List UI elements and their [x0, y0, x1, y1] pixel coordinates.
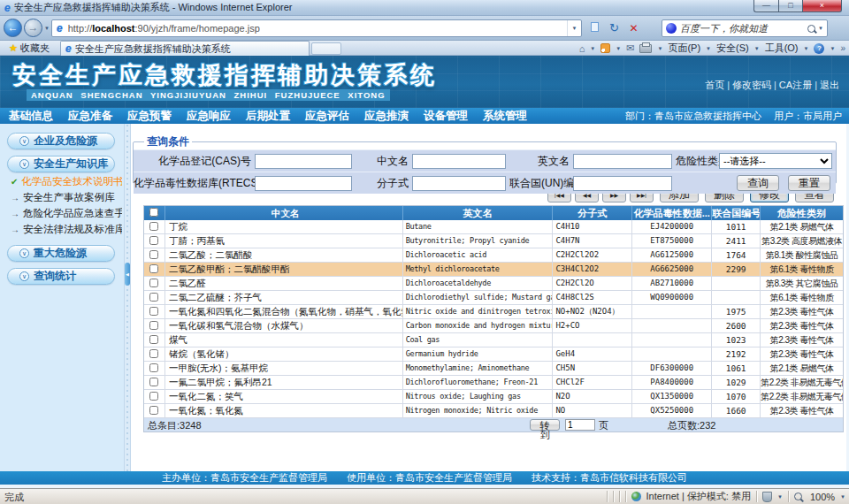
nav-item-1[interactable]: 基础信息	[9, 109, 53, 124]
search-icon[interactable]	[807, 25, 815, 33]
protection-dropdown-icon[interactable]: ▼	[777, 494, 783, 500]
page-menu-dropdown-icon[interactable]: ▼	[706, 46, 711, 51]
nav-item-6[interactable]: 应急评估	[305, 109, 349, 124]
goto-page-button[interactable]: 转到	[530, 419, 560, 431]
english-name-input[interactable]	[573, 154, 672, 169]
frame-splitter[interactable]: ◀	[124, 124, 131, 471]
page-tab[interactable]: e 安全生产应急救援指挥辅助决策系统	[60, 41, 310, 56]
help-dropdown-icon[interactable]: ▼	[830, 46, 835, 51]
nav-item-7[interactable]: 应急推演	[364, 109, 409, 124]
table-row[interactable]: 煤气Coal gas1023第2.3类 毒性气体	[144, 333, 843, 347]
rtecs-number-input[interactable]	[255, 176, 352, 191]
table-row[interactable]: 锗烷（氢化锗）Germanium hydrideGeH42192第2.3类 毒性…	[144, 347, 843, 362]
un-number-input[interactable]	[573, 176, 672, 191]
sidebar-group-1[interactable]: ∨企业及危险源	[7, 133, 115, 149]
print-icon[interactable]	[639, 44, 652, 53]
row-checkbox[interactable]	[149, 236, 158, 245]
sidebar-item[interactable]: →危险化学品应急速查手...	[11, 206, 122, 220]
safety-menu-button[interactable]: 安全(S)	[716, 42, 749, 55]
hazard-class-select[interactable]: --请选择--	[719, 153, 832, 169]
print-dropdown-icon[interactable]: ▼	[657, 46, 662, 51]
table-row[interactable]: 丁烷ButaneC4H10EJ42000001011第2.1类 易燃气体	[144, 220, 843, 234]
table-row[interactable]: 丁腈；丙基氰Butyronitrile; Propyl cyanideC4H7N…	[144, 234, 843, 248]
row-checkbox[interactable]	[149, 392, 158, 401]
nav-item-2[interactable]: 应急准备	[68, 109, 112, 124]
row-checkbox[interactable]	[149, 321, 158, 330]
sidebar-group-3[interactable]: ∨重大危险源	[7, 245, 115, 262]
sidebar-group-4[interactable]: ∨查询统计	[7, 268, 115, 285]
tools-menu-dropdown-icon[interactable]: ▼	[804, 46, 809, 51]
nav-item-8[interactable]: 设备管理	[424, 109, 468, 124]
row-checkbox[interactable]	[149, 406, 158, 415]
row-checkbox[interactable]	[149, 378, 158, 386]
row-checkbox[interactable]	[149, 222, 158, 231]
zoom-dropdown-icon[interactable]: ▼	[840, 494, 845, 500]
compatibility-view-button[interactable]	[585, 19, 603, 37]
nav-item-4[interactable]: 应急响应	[187, 109, 231, 124]
sidebar-group-2[interactable]: ∨安全生产知识库	[7, 156, 115, 172]
formula-input[interactable]	[412, 176, 506, 191]
mail-icon[interactable]: ✉	[626, 42, 634, 54]
url-dropdown-icon[interactable]: ▼	[567, 20, 581, 36]
table-row[interactable]: 一甲胺(无水)；氨基甲烷Monomethylamine; Aminomethan…	[144, 362, 843, 376]
header-link-4[interactable]: 退出	[820, 80, 839, 90]
table-row[interactable]: 二氯二乙硫醚；芥子气Dichlorodiethyl sulfide; Musta…	[144, 291, 843, 305]
maximize-button[interactable]: □	[778, 0, 802, 12]
header-link-2[interactable]: 修改密码	[732, 80, 771, 90]
row-checkbox[interactable]	[149, 279, 158, 287]
tools-menu-button[interactable]: 工具(O)	[765, 42, 799, 55]
chinese-name-input[interactable]	[412, 154, 506, 169]
table-row[interactable]: 一氟二氯甲烷；氟利昂21Dichlorofluoromethane; Freon…	[144, 376, 843, 390]
table-row[interactable]: 一氧化氮；氧化氮Nitrogen monoxide; Nitric oxideN…	[144, 404, 843, 418]
new-tab-button[interactable]	[311, 42, 341, 55]
help-icon[interactable]: ?	[814, 43, 824, 54]
table-row[interactable]: 一氧化二氮；笑气Nitrous oxide; Laughing gasN2OQX…	[144, 390, 843, 404]
back-button[interactable]: ←	[4, 19, 22, 37]
protection-icon[interactable]	[762, 492, 772, 502]
nav-item-5[interactable]: 后期处置	[246, 109, 290, 124]
row-checkbox[interactable]	[149, 363, 158, 372]
header-link-1[interactable]: 首页	[705, 80, 724, 90]
reset-button[interactable]: 重置	[788, 175, 830, 191]
home-dropdown-icon[interactable]: ▼	[590, 46, 595, 51]
row-checkbox[interactable]	[149, 264, 158, 273]
rss-feed-icon[interactable]	[600, 43, 610, 53]
page-menu-button[interactable]: 页面(P)	[668, 42, 700, 55]
rss-dropdown-icon[interactable]: ▼	[616, 46, 621, 51]
favorites-button[interactable]: ★收藏夹	[4, 42, 55, 55]
search-input[interactable]: 百度一下，你就知道 ▼	[662, 19, 828, 37]
table-row[interactable]: 二氯乙酸；二氯醋酸Dichloroacetic acidC2H2Cl2O2AG6…	[144, 248, 843, 263]
nav-item-3[interactable]: 应急预警	[127, 109, 172, 124]
zoom-icon[interactable]	[794, 493, 802, 500]
sidebar-item[interactable]: →安全生产事故案例库	[11, 190, 122, 204]
overflow-chevron-icon[interactable]: »	[840, 43, 845, 53]
sidebar-item[interactable]: →安全法律法规及标准库	[11, 222, 122, 236]
minimize-button[interactable]: —	[753, 0, 778, 12]
refresh-button[interactable]: ↻	[605, 19, 623, 37]
cas-number-input[interactable]	[255, 154, 352, 169]
row-checkbox[interactable]	[149, 250, 158, 259]
row-checkbox[interactable]	[149, 335, 158, 344]
nav-item-9[interactable]: 系统管理	[483, 109, 527, 124]
search-button[interactable]: 查询	[737, 175, 779, 191]
page-number-input[interactable]	[565, 419, 595, 431]
select-all-checkbox[interactable]	[149, 208, 158, 217]
header-link-3[interactable]: CA注册	[779, 80, 812, 90]
home-icon[interactable]: ⌂	[579, 43, 585, 54]
table-row[interactable]: 一氧化氮和四氧化二氮混合物（氮氧化物，硝基气，氧化氮气体）Nitric oxid…	[144, 305, 843, 319]
splitter-collapse-handle[interactable]: ◀	[125, 263, 130, 286]
recent-pages-dropdown-icon[interactable]: ▼	[44, 26, 50, 31]
table-row[interactable]: 一氧化碳和氢气混合物（水煤气）Carbon monoxide and hydro…	[144, 319, 843, 333]
address-input[interactable]: e http://localhost:90/yjzh/frame/homepag…	[51, 19, 582, 37]
stop-button[interactable]: ✕	[624, 19, 643, 37]
row-checkbox[interactable]	[149, 349, 158, 358]
safety-menu-dropdown-icon[interactable]: ▼	[754, 46, 760, 51]
row-checkbox[interactable]	[149, 293, 158, 302]
row-checkbox[interactable]	[149, 307, 158, 316]
search-options-icon[interactable]: ▼	[818, 26, 823, 31]
table-row[interactable]: 二氯乙醛DichloroacetaldehydeC2H2Cl2OAB271000…	[144, 277, 843, 291]
sidebar-item[interactable]: ✔化学品安全技术说明书	[11, 174, 122, 188]
forward-button[interactable]: →	[24, 19, 42, 37]
close-button[interactable]: ×	[802, 0, 842, 12]
table-row[interactable]: 二氯乙酸甲酯；二氯醋酸甲酯Methyl dichloroacetateC3H4C…	[144, 263, 843, 277]
